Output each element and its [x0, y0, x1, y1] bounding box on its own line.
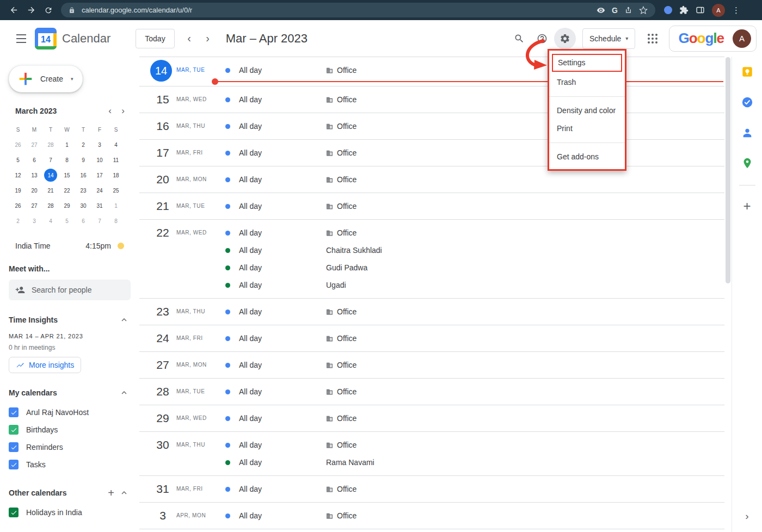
- eye-icon[interactable]: [597, 6, 605, 15]
- google-g-icon[interactable]: G: [612, 6, 618, 15]
- calendar-checkbox[interactable]: [9, 508, 19, 517]
- schedule-date[interactable]: 20: [153, 171, 172, 188]
- schedule-date[interactable]: 28: [153, 383, 172, 400]
- mini-calendar-date[interactable]: 5: [60, 214, 73, 227]
- schedule-event[interactable]: All dayUgadi: [221, 276, 724, 294]
- schedule-date[interactable]: 24: [153, 330, 172, 347]
- mini-calendar-date[interactable]: 11: [109, 153, 122, 166]
- schedule-event[interactable]: All dayOffice: [221, 117, 724, 135]
- calendar-checkbox[interactable]: [9, 442, 19, 452]
- search-button[interactable]: [508, 28, 530, 50]
- schedule-event[interactable]: All dayGudi Padwa: [221, 259, 724, 276]
- calendar-checkbox[interactable]: [9, 425, 19, 435]
- menu-item-get-add-ons[interactable]: Get add-ons: [549, 148, 625, 166]
- people-search-box[interactable]: [9, 280, 131, 300]
- mini-calendar-date[interactable]: 6: [77, 214, 90, 227]
- mini-calendar-date[interactable]: 27: [28, 199, 41, 212]
- mini-calendar-date[interactable]: 1: [60, 138, 73, 151]
- mini-calendar-date[interactable]: 30: [77, 199, 90, 212]
- schedule-date[interactable]: 27: [153, 356, 172, 374]
- mini-calendar-date[interactable]: 17: [93, 169, 106, 182]
- schedule-event[interactable]: All dayOffice: [221, 224, 724, 242]
- mini-calendar-date[interactable]: 2: [11, 214, 24, 227]
- browser-forward-button[interactable]: [23, 2, 39, 18]
- help-button[interactable]: [531, 28, 553, 50]
- schedule-date[interactable]: 22: [153, 224, 172, 242]
- schedule-date[interactable]: 29: [153, 410, 172, 427]
- main-menu-button[interactable]: [9, 26, 34, 51]
- schedule-event[interactable]: All dayChaitra Sukhladi: [221, 242, 724, 259]
- calendar-checkbox[interactable]: [9, 460, 19, 469]
- schedule-event[interactable]: All dayOffice: [221, 480, 724, 498]
- schedule-event[interactable]: All dayOffice: [221, 383, 724, 400]
- mini-calendar-date[interactable]: 7: [93, 214, 106, 227]
- schedule-event[interactable]: All dayOffice: [221, 61, 724, 79]
- today-button[interactable]: Today: [136, 29, 174, 48]
- mini-calendar-date[interactable]: 15: [60, 169, 73, 182]
- mini-calendar-date[interactable]: 21: [44, 184, 57, 197]
- side-panel-icon[interactable]: [696, 5, 705, 15]
- mini-calendar-date[interactable]: 6: [28, 153, 41, 166]
- collapse-other-calendars-icon[interactable]: [118, 486, 131, 499]
- schedule-event[interactable]: All dayRama Navami: [221, 454, 724, 471]
- mini-calendar-date[interactable]: 7: [44, 153, 57, 166]
- rail-expand-icon[interactable]: ›: [745, 510, 748, 522]
- mini-calendar-date[interactable]: 28: [44, 138, 57, 151]
- mini-calendar-date[interactable]: 18: [109, 169, 122, 182]
- mini-calendar-date[interactable]: 3: [28, 214, 41, 227]
- mini-calendar-date[interactable]: 8: [60, 153, 73, 166]
- calendar-list-item[interactable]: Reminders: [9, 438, 131, 456]
- menu-item-print[interactable]: Print: [549, 120, 625, 138]
- mini-calendar-date[interactable]: 4: [109, 138, 122, 151]
- mini-calendar-date[interactable]: 14: [44, 169, 57, 182]
- calendar-list-item[interactable]: Arul Raj NavoHost: [9, 404, 131, 421]
- menu-item-trash[interactable]: Trash: [549, 73, 625, 91]
- mini-calendar-date[interactable]: 23: [77, 184, 90, 197]
- menu-item-density-and-color[interactable]: Density and color: [549, 102, 625, 120]
- more-insights-button[interactable]: More insights: [9, 357, 81, 373]
- browser-menu-icon[interactable]: ⋮: [732, 6, 740, 14]
- browser-refresh-button[interactable]: [40, 2, 57, 18]
- account-avatar[interactable]: A: [733, 29, 751, 48]
- schedule-date[interactable]: 15: [153, 91, 172, 108]
- next-period-button[interactable]: ›: [200, 30, 216, 47]
- schedule-date[interactable]: 23: [153, 303, 172, 320]
- view-switcher-dropdown[interactable]: Schedule ▾: [582, 28, 635, 49]
- extensions-puzzle-icon[interactable]: [679, 5, 689, 15]
- mini-calendar-date[interactable]: 29: [60, 199, 73, 212]
- browser-back-button[interactable]: [5, 2, 22, 18]
- mini-calendar-date[interactable]: 4: [44, 214, 57, 227]
- add-other-calendars-icon[interactable]: +: [105, 486, 118, 499]
- collapse-my-calendars-icon[interactable]: [118, 386, 131, 399]
- schedule-date[interactable]: 17: [153, 144, 172, 162]
- schedule-date[interactable]: 14: [150, 60, 172, 82]
- mini-calendar-date[interactable]: 12: [11, 169, 24, 182]
- extension-dot-icon[interactable]: [664, 6, 672, 14]
- mini-calendar-date[interactable]: 28: [44, 199, 57, 212]
- google-apps-button[interactable]: [642, 28, 663, 50]
- menu-item-settings[interactable]: Settings: [552, 54, 622, 72]
- mini-calendar-date[interactable]: 9: [77, 153, 90, 166]
- contacts-icon[interactable]: [736, 122, 758, 144]
- calendar-list-item[interactable]: Tasks: [9, 456, 131, 473]
- mini-calendar-date[interactable]: 16: [77, 169, 90, 182]
- prev-period-button[interactable]: ‹: [181, 30, 198, 47]
- mini-calendar-date[interactable]: 20: [28, 184, 41, 197]
- schedule-date[interactable]: 30: [153, 436, 172, 454]
- schedule-date[interactable]: 31: [153, 480, 172, 498]
- mini-calendar-date[interactable]: 25: [109, 184, 122, 197]
- mini-calendar-date[interactable]: 5: [11, 153, 24, 166]
- people-search-input[interactable]: [30, 285, 120, 295]
- schedule-date[interactable]: 3: [153, 507, 172, 524]
- share-icon[interactable]: [624, 6, 632, 14]
- mini-calendar-date[interactable]: 19: [11, 184, 24, 197]
- schedule-event[interactable]: All dayOffice: [221, 91, 724, 108]
- mini-calendar-date[interactable]: 1: [109, 199, 122, 212]
- calendar-logo[interactable]: 14: [35, 28, 57, 50]
- bookmark-star-icon[interactable]: [639, 6, 648, 15]
- mini-calendar-date[interactable]: 2: [77, 138, 90, 151]
- mini-calendar-date[interactable]: 31: [93, 199, 106, 212]
- calendar-list-item[interactable]: Holidays in India: [9, 504, 131, 521]
- schedule-event[interactable]: All dayOffice: [221, 197, 724, 215]
- schedule-event[interactable]: All dayOffice: [221, 144, 724, 162]
